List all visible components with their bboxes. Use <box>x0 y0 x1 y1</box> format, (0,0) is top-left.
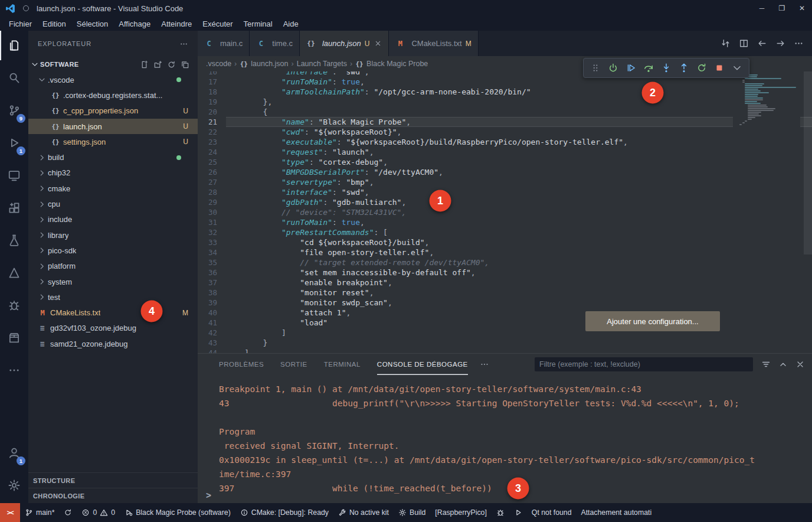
activity-settings[interactable] <box>0 471 28 500</box>
menu-item-terminal[interactable]: Terminal <box>238 17 278 31</box>
activity-remote-explorer[interactable] <box>0 161 28 190</box>
status-bug[interactable] <box>492 503 509 522</box>
panel-tab-terminal[interactable]: TERMINAL <box>324 354 361 375</box>
status-item[interactable]: 00 <box>77 503 120 522</box>
activity-more[interactable] <box>0 355 28 385</box>
console-prompt[interactable]: > <box>206 490 211 501</box>
tree-item-cmake[interactable]: cmake <box>28 181 198 196</box>
code-editor[interactable]: 16 "interface": "swd",17 "runToMain": tr… <box>198 71 812 353</box>
split-editor-icon[interactable] <box>739 38 749 48</box>
debug-stop-button[interactable] <box>712 60 726 76</box>
tree-item-system[interactable]: system <box>28 274 198 289</box>
debug-chevron-down-icon[interactable] <box>730 60 744 76</box>
panel-tab-sortie[interactable]: SORTIE <box>280 354 307 375</box>
arrow-right-icon[interactable] <box>775 38 785 48</box>
tree-item-include[interactable]: include <box>28 212 198 227</box>
tab-launch-json[interactable]: {}launch.jsonU <box>300 31 389 56</box>
more-icon[interactable] <box>480 360 489 369</box>
tree-item-chip32[interactable]: chip32 <box>28 165 198 181</box>
activity-bug-tool[interactable] <box>0 291 28 320</box>
maximize-button[interactable]: ❐ <box>772 0 792 17</box>
more-icon[interactable] <box>794 38 804 48</box>
activity-cmake[interactable] <box>0 258 28 288</box>
tree-item-launch-json[interactable]: {}launch.jsonU <box>28 119 198 134</box>
editor-scrollbar[interactable] <box>804 71 812 353</box>
debug-filter-input[interactable] <box>535 357 753 371</box>
minimize-button[interactable]: ─ <box>752 0 772 17</box>
menu-item-aide[interactable]: Aide <box>278 17 304 31</box>
status-info[interactable]: CMake: [Debug]: Ready <box>235 503 333 522</box>
breadcrumb-item[interactable]: .vscode <box>206 60 231 68</box>
status-remote[interactable]: >< <box>0 503 20 522</box>
menu-item-ex-cuter[interactable]: Exécuter <box>197 17 238 31</box>
refresh-icon[interactable] <box>167 60 176 69</box>
breadcrumb-item[interactable]: Black Magic Probe <box>366 60 428 68</box>
debug-step-over-button[interactable] <box>641 60 656 76</box>
activity-account[interactable]: 1 <box>0 438 28 468</box>
close-icon[interactable] <box>795 360 805 369</box>
menu-item-s-lection[interactable]: Sélection <box>71 17 113 31</box>
status-gear[interactable]: Build <box>394 503 430 522</box>
status-attachement-automati[interactable]: Attachement automati <box>577 503 657 522</box>
tree-item-cmakelists-txt[interactable]: MCMakeLists.txtM <box>28 305 198 320</box>
activity-package[interactable] <box>0 323 28 353</box>
debug-step-into-button[interactable] <box>659 60 673 76</box>
tab-time-c[interactable]: Ctime.c <box>250 31 300 56</box>
arrow-left-icon[interactable] <box>757 38 767 48</box>
debug-restart-button[interactable] <box>695 60 709 76</box>
tree-item-gd32vf103-ozone-jdebug[interactable]: ≡gd32vf103_ozone.jdebug <box>28 321 198 336</box>
tree-item-build[interactable]: build <box>28 149 198 165</box>
panel-tab-probl-mes[interactable]: PROBLÈMES <box>219 354 264 375</box>
tree-item-library[interactable]: library <box>28 227 198 243</box>
tab-cmakelists-txt[interactable]: MCMakeLists.txtM <box>389 31 478 56</box>
filter-lines-icon[interactable] <box>761 360 771 369</box>
debug-power-button[interactable] <box>606 60 620 76</box>
new-file-icon[interactable] <box>140 60 149 69</box>
status-raspberrypico[interactable]: [RaspberryPico] <box>430 503 491 522</box>
chevron-up-icon[interactable] <box>778 360 788 369</box>
menu-item-edition[interactable]: Edition <box>37 17 71 31</box>
add-configuration-button[interactable]: Ajouter une configuration... <box>585 311 720 331</box>
tab-main-c[interactable]: Cmain.c <box>198 31 250 56</box>
minimap[interactable] <box>733 71 800 154</box>
section-structure[interactable]: STRUCTURE <box>28 472 198 488</box>
collapse-all-icon[interactable] <box>181 60 189 69</box>
tree-item-cpu[interactable]: cpu <box>28 196 198 211</box>
activity-search[interactable] <box>0 63 28 93</box>
breadcrumb-item[interactable]: launch.json <box>251 60 288 68</box>
status-qt-not-found[interactable]: Qt not found <box>527 503 577 522</box>
debug-grip-icon[interactable] <box>588 60 603 76</box>
more-icon[interactable] <box>179 40 188 48</box>
panel-tab-console-de-d-bogage[interactable]: CONSOLE DE DÉBOGAGE <box>377 354 468 375</box>
close-button[interactable]: ✕ <box>792 0 812 17</box>
activity-run-debug[interactable]: 1 <box>0 128 28 158</box>
compare-icon[interactable] <box>721 38 731 48</box>
tree-item-vscode[interactable]: .vscode <box>28 72 198 87</box>
breadcrumb-item[interactable]: Launch Targets <box>297 60 347 68</box>
new-folder-icon[interactable] <box>153 60 162 69</box>
status-sync[interactable] <box>59 503 77 522</box>
tree-item-platform[interactable]: platform <box>28 259 198 274</box>
status-branch[interactable]: main* <box>20 503 59 522</box>
workspace-section-header[interactable]: SOFTWARE <box>28 57 198 72</box>
status-wrench[interactable]: No active kit <box>333 503 394 522</box>
tree-item-cortex-debug-registers-stat[interactable]: {}.cortex-debug.registers.stat... <box>28 87 198 103</box>
status-debug-alt[interactable]: Black Magic Probe (software) <box>120 503 235 522</box>
tree-item-c-cpp-properties-json[interactable]: {}c_cpp_properties.jsonU <box>28 103 198 119</box>
menu-item-fichier[interactable]: Fichier <box>4 17 37 31</box>
status-play[interactable] <box>509 503 527 522</box>
tree-item-pico-sdk[interactable]: pico-sdk <box>28 243 198 258</box>
tree-item-samd21-ozone-jdebug[interactable]: ≡samd21_ozone.jdebug <box>28 336 198 351</box>
debug-step-out-button[interactable] <box>677 60 691 76</box>
debug-continue-button[interactable] <box>624 60 638 76</box>
section-chronologie[interactable]: CHRONOLOGIE <box>28 488 198 503</box>
menu-item-affichage[interactable]: Affichage <box>113 17 156 31</box>
close-icon[interactable] <box>374 40 382 47</box>
activity-explorer[interactable] <box>0 31 28 60</box>
tree-item-test[interactable]: test <box>28 289 198 305</box>
activity-extensions[interactable] <box>0 193 28 223</box>
menu-item-atteindre[interactable]: Atteindre <box>156 17 197 31</box>
tree-item-settings-json[interactable]: {}settings.jsonU <box>28 134 198 149</box>
activity-source-control[interactable]: 9 <box>0 96 28 125</box>
activity-testing[interactable] <box>0 226 28 255</box>
